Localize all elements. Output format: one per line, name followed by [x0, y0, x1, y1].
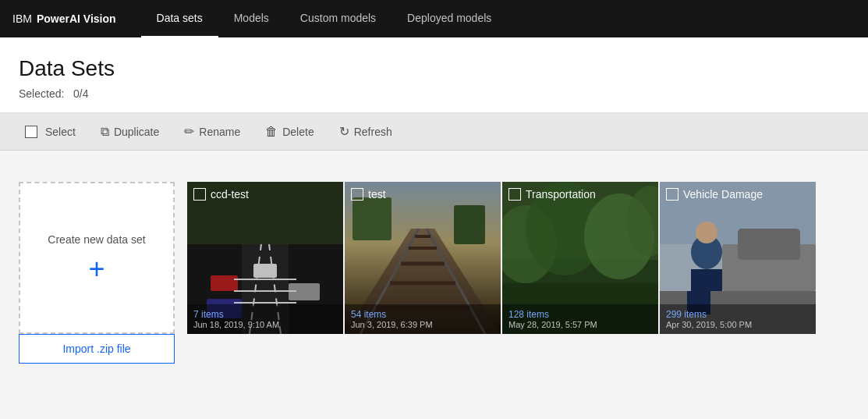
card-checkbox-transportation[interactable]: [508, 188, 521, 201]
rename-label: Rename: [199, 126, 240, 138]
dataset-card-vehicle-damage[interactable]: Vehicle Damage 299 items Apr 30, 2019, 5…: [660, 182, 816, 334]
card-date-vehicle-damage: Apr 30, 2019, 5:00 PM: [666, 320, 810, 329]
brand-ibm: IBM: [12, 12, 32, 25]
svg-rect-31: [738, 229, 800, 260]
nav-item-custom-models[interactable]: Custom models: [285, 0, 391, 37]
rename-icon: ✏: [184, 124, 194, 139]
refresh-button[interactable]: ↻ Refresh: [327, 113, 405, 150]
card-items-ccd-test: 7 items: [193, 309, 337, 320]
card-items-test: 54 items: [351, 309, 494, 320]
top-nav: IBM PowerAI Vision Data sets Models Cust…: [0, 0, 868, 37]
selected-label: Selected:: [19, 87, 64, 100]
card-title-ccd-test: ccd-test: [211, 188, 249, 201]
svg-point-33: [696, 222, 717, 243]
import-zip-button[interactable]: Import .zip file: [19, 334, 175, 364]
svg-rect-34: [691, 269, 722, 291]
duplicate-button[interactable]: ⧉ Duplicate: [88, 113, 172, 150]
select-checkbox: [25, 126, 37, 138]
dataset-card-transportation[interactable]: Transportation 128 items May 28, 2019, 5…: [502, 182, 658, 334]
dataset-card-test[interactable]: test 54 items Jun 3, 2019, 6:39 PM: [345, 182, 501, 334]
card-title-vehicle-damage: Vehicle Damage: [683, 188, 763, 201]
create-new-card[interactable]: Create new data set +: [19, 182, 175, 334]
svg-rect-18: [454, 205, 485, 244]
card-checkbox-test[interactable]: [351, 188, 363, 201]
card-date-transportation: May 28, 2019, 5:57 PM: [508, 320, 652, 329]
plus-icon: +: [88, 255, 105, 283]
content-spacer: [0, 151, 868, 182]
nav-items: Data sets Models Custom models Deployed …: [141, 0, 856, 37]
duplicate-label: Duplicate: [114, 126, 159, 138]
brand-name: PowerAI Vision: [37, 12, 116, 25]
nav-item-data-sets[interactable]: Data sets: [141, 0, 218, 37]
select-label: Select: [45, 126, 76, 138]
dataset-card-info-test: 54 items Jun 3, 2019, 6:39 PM: [345, 304, 501, 334]
selected-value: 0/4: [73, 87, 88, 100]
card-title-test: test: [368, 188, 386, 201]
brand: IBM PowerAI Vision: [12, 12, 116, 25]
dataset-card-info-vehicle-damage: 299 items Apr 30, 2019, 5:00 PM: [660, 304, 816, 334]
rename-button[interactable]: ✏ Rename: [172, 113, 253, 150]
dataset-card-overlay-vehicle-damage: Vehicle Damage: [660, 182, 816, 207]
card-date-ccd-test: Jun 18, 2019, 9:10 AM: [193, 320, 337, 329]
dataset-grid: Create new data set + Import .zip file: [0, 182, 868, 364]
page-header: Data Sets Selected: 0/4: [0, 37, 868, 113]
delete-label: Delete: [282, 126, 314, 138]
dataset-card-overlay-transportation: Transportation: [502, 182, 658, 207]
create-section: Create new data set + Import .zip file: [19, 182, 175, 364]
nav-item-models[interactable]: Models: [218, 0, 285, 37]
nav-item-deployed-models[interactable]: Deployed models: [391, 0, 507, 37]
refresh-icon: ↻: [339, 124, 349, 139]
card-checkbox-vehicle-damage[interactable]: [666, 188, 678, 201]
card-checkbox-ccd-test[interactable]: [193, 188, 206, 201]
page-title: Data Sets: [19, 56, 849, 81]
svg-rect-6: [253, 264, 277, 278]
toolbar: Select ⧉ Duplicate ✏ Rename 🗑 Delete ↻ R…: [0, 113, 868, 151]
card-items-vehicle-damage: 299 items: [666, 309, 810, 320]
delete-button[interactable]: 🗑 Delete: [253, 113, 326, 150]
dataset-card-overlay-test: test: [345, 182, 501, 207]
card-date-test: Jun 3, 2019, 6:39 PM: [351, 320, 494, 329]
dataset-card-info-transportation: 128 items May 28, 2019, 5:57 PM: [502, 304, 658, 334]
create-card-text: Create new data set: [48, 233, 145, 246]
dataset-card-ccd-test[interactable]: ccd-test 7 items Jun 18, 2019, 9:10 AM: [187, 182, 343, 334]
card-title-transportation: Transportation: [526, 188, 596, 201]
svg-rect-7: [289, 283, 320, 300]
card-items-transportation: 128 items: [508, 309, 652, 320]
delete-icon: 🗑: [265, 125, 278, 139]
dataset-card-overlay-ccd-test: ccd-test: [187, 182, 343, 207]
duplicate-icon: ⧉: [101, 125, 109, 139]
dataset-card-info-ccd-test: 7 items Jun 18, 2019, 9:10 AM: [187, 304, 343, 334]
select-button[interactable]: Select: [12, 113, 88, 150]
refresh-label: Refresh: [354, 126, 392, 138]
svg-rect-5: [211, 275, 238, 291]
selected-info: Selected: 0/4: [19, 87, 849, 100]
